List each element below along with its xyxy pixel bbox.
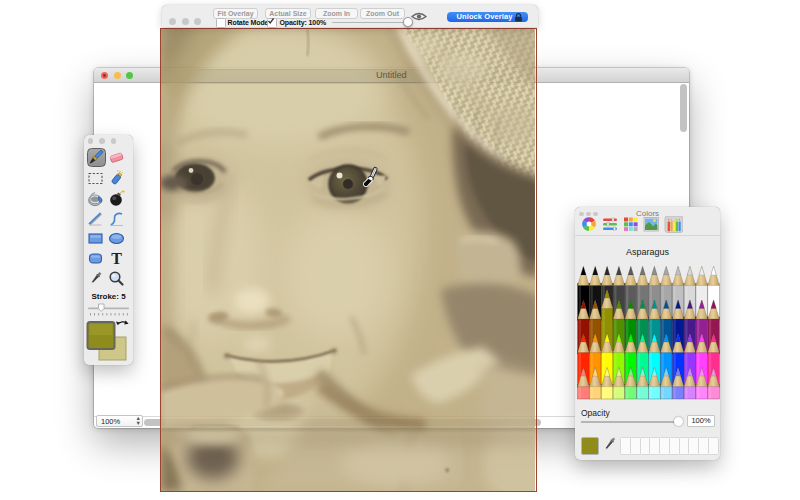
svg-text:T: T <box>111 250 122 267</box>
